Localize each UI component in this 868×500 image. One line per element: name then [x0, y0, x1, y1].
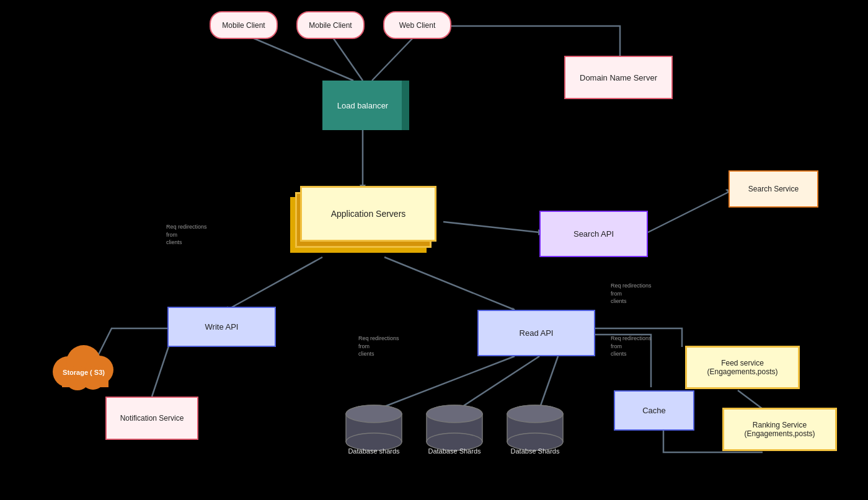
notification-service-node: Notification Service [105, 397, 198, 440]
lb-accent [402, 81, 409, 130]
svg-point-35 [507, 405, 563, 423]
label-req1: Req redirections from clients [166, 223, 207, 247]
mobile-client-1: Mobile Client [210, 11, 278, 39]
svg-line-15 [459, 356, 539, 409]
search-service-node: Search Service [728, 170, 818, 208]
svg-line-7 [648, 192, 728, 232]
search-api-node: Search API [539, 211, 648, 257]
label-req2: Req redirections from clients [611, 282, 652, 305]
svg-line-13 [152, 341, 170, 397]
svg-line-2 [372, 34, 417, 81]
label-req3: Req redirections from clients [358, 335, 399, 358]
load-balancer-node: Load balancer [322, 81, 403, 130]
svg-line-5 [443, 222, 539, 232]
db-shard-2: Database Shards [423, 403, 485, 455]
app-servers-node: Application Servers [300, 186, 436, 242]
ranking-service-node: Ranking Service (Engagements,posts) [722, 408, 837, 451]
svg-point-27 [346, 405, 402, 423]
db-shard-1-label: Database shards [348, 447, 399, 455]
write-api-node: Write API [167, 307, 276, 347]
db-shard-3-svg [504, 403, 566, 452]
dns-node: Domain Name Server [564, 56, 673, 99]
db-shard-3: Databse Shards [504, 403, 566, 455]
storage-cloud-svg: Storage ( S3) [46, 338, 121, 393]
mobile-client-2: Mobile Client [296, 11, 365, 39]
svg-line-14 [378, 356, 515, 409]
svg-line-1 [330, 34, 363, 81]
feed-service-node: Feed service (Engagements,posts) [685, 346, 800, 389]
read-api-node: Read API [477, 310, 595, 356]
storage-label: Storage ( S3) [63, 369, 105, 376]
svg-point-31 [427, 405, 482, 423]
diagram: Mobile Client Mobile Client Web Client D… [0, 0, 868, 500]
svg-line-9 [229, 257, 322, 309]
svg-line-0 [244, 34, 353, 81]
cache-node: Cache [614, 390, 694, 431]
svg-line-11 [384, 257, 515, 310]
db-shard-2-label: Database Shards [428, 447, 481, 455]
label-req4: Req redirections from clients [611, 335, 652, 358]
svg-line-16 [539, 356, 558, 409]
db-shard-1: Database shards [343, 403, 405, 455]
db-shard-1-svg [343, 403, 405, 452]
db-shard-2-svg [423, 403, 485, 452]
storage-cloud: Storage ( S3) [46, 338, 121, 396]
db-shard-3-label: Databse Shards [511, 447, 560, 455]
svg-line-17 [738, 390, 763, 409]
web-client: Web Client [383, 11, 451, 39]
